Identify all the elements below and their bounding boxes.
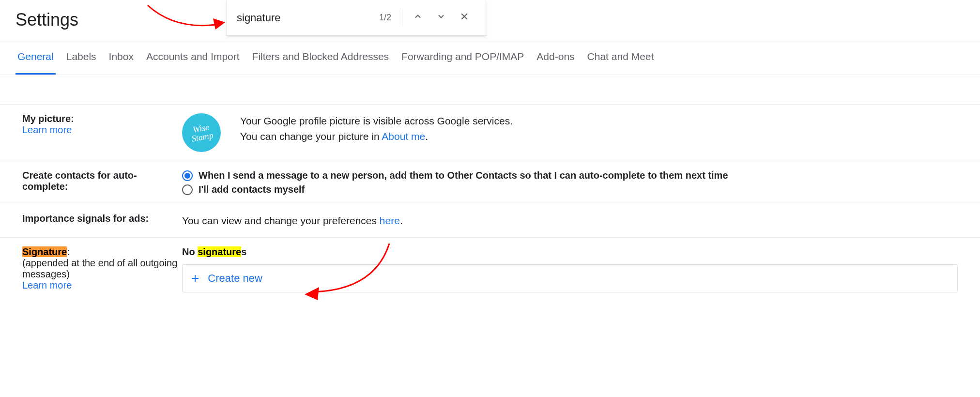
tabs: GeneralLabelsInboxAccounts and ImportFil… <box>0 40 980 75</box>
find-input[interactable] <box>237 12 372 24</box>
section-title: My picture: <box>22 113 182 124</box>
radio-option-manual-add[interactable]: I'll add contacts myself <box>182 184 728 195</box>
section-importance-ads: Importance signals for ads: You can view… <box>0 204 980 238</box>
divider <box>402 9 402 27</box>
radio-option-auto-add[interactable]: When I send a message to a new person, a… <box>182 170 728 181</box>
section-title: Importance signals for ads: <box>22 213 182 224</box>
find-count: 1/2 <box>379 13 391 23</box>
signature-highlight: Signature <box>22 246 67 257</box>
chevron-up-icon <box>413 12 423 24</box>
preferences-here-link[interactable]: here <box>380 215 400 226</box>
tab-forwarding-and-pop-imap[interactable]: Forwarding and POP/IMAP <box>399 40 526 75</box>
page-title: Settings <box>15 10 78 30</box>
section-title: Signature: <box>22 246 182 258</box>
radio-unchecked-icon <box>182 184 193 195</box>
avatar-logo-text: WiseStamp <box>189 122 214 143</box>
tab-chat-and-meet[interactable]: Chat and Meet <box>585 40 656 75</box>
section-my-picture: My picture: Learn more WiseStamp Your Go… <box>0 104 980 161</box>
section-auto-complete: Create contacts for auto-complete: When … <box>0 161 980 204</box>
tab-inbox[interactable]: Inbox <box>107 40 136 75</box>
learn-more-link[interactable]: Learn more <box>22 124 72 135</box>
profile-avatar[interactable]: WiseStamp <box>182 113 221 152</box>
chevron-down-icon <box>436 12 446 24</box>
tab-labels[interactable]: Labels <box>64 40 98 75</box>
tab-accounts-and-import[interactable]: Accounts and Import <box>144 40 242 75</box>
picture-description: Your Google profile picture is visible a… <box>240 113 513 144</box>
find-in-page-bar: 1/2 <box>227 0 486 36</box>
radio-label: When I send a message to a new person, a… <box>199 170 728 181</box>
tab-general[interactable]: General <box>15 40 56 75</box>
learn-more-link[interactable]: Learn more <box>22 280 72 290</box>
section-signature: Signature: (appended at the end of all o… <box>0 238 980 301</box>
tab-filters-and-blocked-addresses[interactable]: Filters and Blocked Addresses <box>250 40 391 75</box>
create-new-button[interactable]: + Create new <box>182 264 958 292</box>
signature-desc: (appended at the end of all outgoing mes… <box>22 258 182 280</box>
about-me-link[interactable]: About me <box>382 131 425 142</box>
create-new-label: Create new <box>208 272 262 285</box>
plus-icon: + <box>191 272 199 285</box>
ads-description: You can view and change your preferences… <box>182 213 403 229</box>
no-signatures-text: No signatures <box>182 246 958 258</box>
find-next-button[interactable] <box>431 8 451 28</box>
section-title: Create contacts for auto-complete: <box>22 170 182 192</box>
radio-checked-icon <box>182 170 193 181</box>
close-icon <box>459 12 469 24</box>
radio-label: I'll add contacts myself <box>199 184 305 195</box>
tab-add-ons[interactable]: Add-ons <box>535 40 576 75</box>
find-prev-button[interactable] <box>408 8 428 28</box>
find-close-button[interactable] <box>455 8 474 28</box>
